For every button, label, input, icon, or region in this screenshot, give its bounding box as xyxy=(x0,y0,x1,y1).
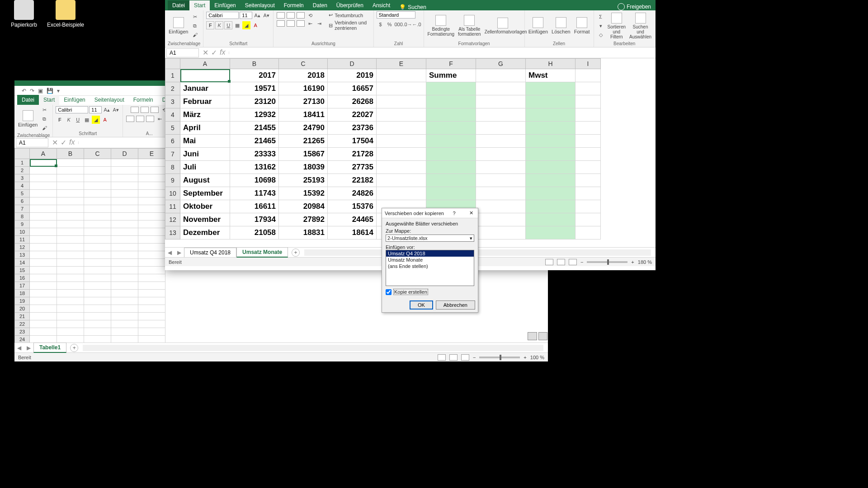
cell[interactable] xyxy=(84,297,111,305)
row-header[interactable]: 4 xyxy=(14,182,30,190)
cell[interactable] xyxy=(111,159,138,167)
align-top-icon[interactable] xyxy=(131,107,139,113)
tell-me-search[interactable]: 💡Suchen xyxy=(399,4,426,10)
cell[interactable]: 27892 xyxy=(279,213,328,226)
col-header[interactable]: D xyxy=(111,148,138,159)
list-item[interactable]: Umsatz Monate xyxy=(386,257,474,263)
cell[interactable] xyxy=(30,205,57,213)
col-header[interactable]: I xyxy=(576,58,601,69)
sheet-nav-next-icon[interactable]: ▶ xyxy=(24,345,33,351)
cell[interactable]: 11743 xyxy=(230,187,279,200)
customize-qat-icon[interactable]: ▾ xyxy=(57,88,60,94)
cell[interactable]: Februar xyxy=(180,95,230,108)
cell[interactable] xyxy=(426,135,476,148)
decrease-font-icon[interactable]: A▾ xyxy=(112,106,120,114)
cell[interactable] xyxy=(57,167,84,174)
cell[interactable]: 18831 xyxy=(279,226,328,239)
cell[interactable]: 23333 xyxy=(230,148,279,161)
increase-font-icon[interactable]: A▴ xyxy=(103,106,111,114)
cell[interactable] xyxy=(377,82,426,95)
cell[interactable]: Mwst xyxy=(526,69,576,82)
tab-seitenlayout[interactable]: Seitenlayout xyxy=(90,95,129,105)
cell[interactable] xyxy=(576,95,601,108)
font-size-combo[interactable] xyxy=(240,12,252,19)
save-icon[interactable]: 💾 xyxy=(47,88,53,94)
cell[interactable] xyxy=(138,336,165,343)
cell[interactable]: 20984 xyxy=(279,200,328,213)
cell[interactable] xyxy=(138,167,165,174)
cell[interactable] xyxy=(138,290,165,297)
cell[interactable] xyxy=(576,148,601,161)
horizontal-scrollbar[interactable] xyxy=(83,345,543,351)
font-color-icon[interactable]: A xyxy=(101,116,109,124)
row-header[interactable]: 23 xyxy=(14,328,30,336)
cell[interactable]: 18039 xyxy=(279,161,328,174)
row-header[interactable]: 6 xyxy=(165,135,180,148)
cell[interactable] xyxy=(57,236,84,244)
tab-ansicht[interactable]: Ansicht xyxy=(368,0,395,10)
cell[interactable]: 12932 xyxy=(230,108,279,122)
zoom-out-icon[interactable]: − xyxy=(580,259,583,265)
fill-icon[interactable]: ▾ xyxy=(597,22,605,30)
zoom-in-icon[interactable]: + xyxy=(631,259,634,265)
cell[interactable]: September xyxy=(180,187,230,200)
cell[interactable]: Januar xyxy=(180,82,230,95)
add-sheet-button[interactable]: + xyxy=(70,344,78,352)
list-item[interactable]: (ans Ende stellen) xyxy=(386,263,474,269)
cell[interactable] xyxy=(138,244,165,251)
cell[interactable] xyxy=(57,259,84,267)
cell[interactable]: Summe xyxy=(426,69,476,82)
cell[interactable] xyxy=(30,190,57,197)
align-top-icon[interactable] xyxy=(277,12,285,19)
cell[interactable] xyxy=(57,244,84,251)
row-header[interactable]: 5 xyxy=(14,190,30,197)
cell[interactable] xyxy=(57,205,84,213)
row-header[interactable]: 9 xyxy=(165,174,180,187)
cell[interactable] xyxy=(57,221,84,228)
cell[interactable] xyxy=(426,161,476,174)
tab-formeln[interactable]: Formeln xyxy=(279,0,308,10)
cell[interactable] xyxy=(30,290,57,297)
cell[interactable] xyxy=(84,174,111,182)
cell[interactable]: 15392 xyxy=(279,187,328,200)
create-copy-checkbox[interactable]: Kopie erstellen xyxy=(386,289,474,295)
cell[interactable] xyxy=(57,305,84,313)
cell[interactable] xyxy=(111,205,138,213)
zoom-slider[interactable] xyxy=(479,357,520,358)
cell[interactable] xyxy=(138,274,165,282)
cell[interactable] xyxy=(576,200,601,213)
cell[interactable] xyxy=(526,95,576,108)
cell[interactable] xyxy=(57,159,84,167)
align-middle-icon[interactable] xyxy=(287,12,295,19)
decrease-decimal-icon[interactable]: ←.0 xyxy=(413,20,421,28)
cell[interactable] xyxy=(30,282,57,290)
cell[interactable] xyxy=(30,213,57,221)
col-header[interactable]: B xyxy=(57,148,84,159)
enter-formula-icon[interactable]: ✓ xyxy=(211,48,217,57)
cell[interactable]: 16611 xyxy=(230,200,279,213)
cell[interactable] xyxy=(84,197,111,205)
cell[interactable] xyxy=(57,274,84,282)
currency-icon[interactable]: $ xyxy=(377,20,385,28)
cell[interactable] xyxy=(57,328,84,336)
number-format-combo[interactable] xyxy=(377,11,415,19)
cell[interactable] xyxy=(30,267,57,274)
page-layout-view-icon[interactable] xyxy=(449,354,458,361)
cell[interactable]: 24790 xyxy=(279,122,328,135)
row-header[interactable]: 11 xyxy=(165,200,180,213)
cell[interactable] xyxy=(138,297,165,305)
cell[interactable] xyxy=(111,274,138,282)
row-header[interactable]: 16 xyxy=(14,274,30,282)
cut-icon[interactable]: ✂ xyxy=(191,13,199,21)
cell[interactable] xyxy=(526,213,576,226)
cell[interactable]: 23120 xyxy=(230,95,279,108)
cell[interactable] xyxy=(526,122,576,135)
italic-button[interactable]: K xyxy=(215,21,223,29)
cell[interactable] xyxy=(84,328,111,336)
col-header[interactable]: C xyxy=(84,148,111,159)
italic-button[interactable]: K xyxy=(65,116,73,124)
camera-icon[interactable]: ▣ xyxy=(38,88,43,94)
increase-decimal-icon[interactable]: .0→ xyxy=(404,20,412,28)
cell[interactable] xyxy=(138,159,165,167)
help-icon[interactable]: ? xyxy=(453,211,455,216)
